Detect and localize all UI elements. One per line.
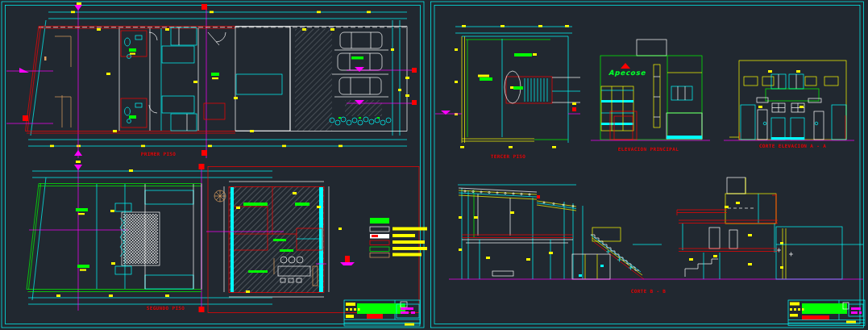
entry-door <box>610 111 637 140</box>
logo-text: Apecose <box>608 69 646 77</box>
apecose-logo: Apecose <box>608 63 646 77</box>
storefront <box>667 113 702 139</box>
bathroom-lower <box>121 98 157 127</box>
parking <box>295 29 417 131</box>
plan-primer-piso: PRIMER PISO <box>6 2 417 158</box>
spiral-stair <box>214 190 226 202</box>
detail-plan <box>206 167 427 313</box>
roof-truss <box>459 188 576 211</box>
logo-stamp <box>849 304 863 316</box>
stair-run <box>591 228 644 279</box>
elevacion-principal: Apecose ELEVACION PRINCIPAL <box>591 40 710 152</box>
car-icon <box>339 77 381 94</box>
elevacion-principal-label: ELEVACION PRINCIPAL <box>617 146 678 152</box>
primer-piso-label: PRIMER PISO <box>140 151 176 157</box>
corte-bb-label: CORTE B - B <box>630 288 666 294</box>
sheet-border <box>2 2 424 328</box>
stair-core <box>505 71 580 103</box>
bathroom-upper <box>121 31 157 59</box>
sheet-plans: PRIMER PISO <box>0 0 427 330</box>
window-grid <box>601 86 633 131</box>
section-tower <box>725 178 776 223</box>
title-block <box>788 300 865 326</box>
sheet-elevations: TERCER PISO <box>430 0 868 330</box>
vegetation <box>330 117 391 125</box>
segundo-piso-label: SEGUNDO PISO <box>146 305 185 311</box>
plan-tercer-piso: TERCER PISO <box>435 25 580 159</box>
legend <box>370 218 427 257</box>
corte-elevacion: CORTE ELEVACION A - A <box>724 61 854 148</box>
corte-b-b: CORTE B - B <box>449 178 863 294</box>
title-block <box>344 300 420 326</box>
sheet-border <box>431 2 864 328</box>
cad-canvas: PRIMER PISO <box>0 0 868 330</box>
tercer-piso-label: TERCER PISO <box>490 153 525 159</box>
car-icon <box>340 32 382 48</box>
corte-elevacion-label: CORTE ELEVACION A - A <box>758 143 825 148</box>
